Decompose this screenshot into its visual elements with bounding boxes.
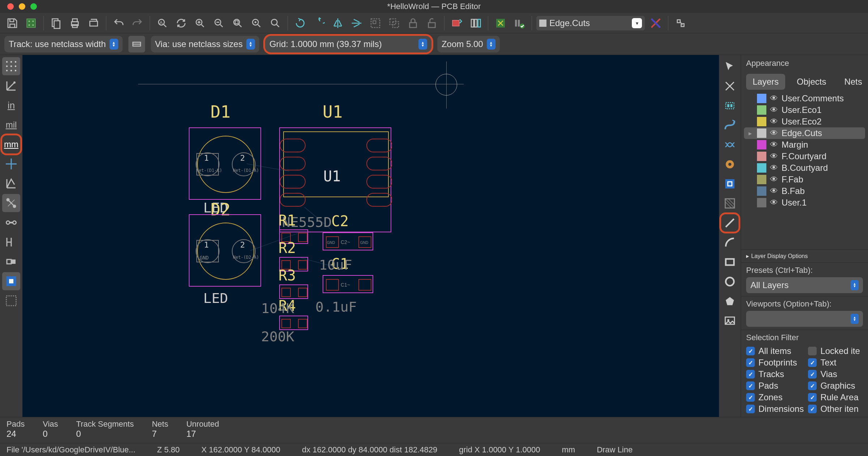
zoom-selection-icon[interactable]	[267, 15, 283, 31]
route-track-icon[interactable]	[721, 117, 739, 134]
layer-row[interactable]: 👁B.Fab	[744, 185, 865, 197]
visibility-eye-icon[interactable]: 👁	[770, 128, 778, 138]
checkbox-icon[interactable]: ✓	[746, 358, 755, 367]
viewports-select[interactable]: ▲▼	[746, 311, 863, 327]
zoom-in-icon[interactable]	[192, 15, 208, 31]
ratsnest-toggle-icon[interactable]	[2, 174, 20, 193]
update-pcb-icon[interactable]	[493, 15, 509, 31]
lock-icon[interactable]	[405, 15, 421, 31]
visibility-eye-icon[interactable]: 👁	[770, 175, 778, 184]
visibility-eye-icon[interactable]: 👁	[770, 105, 778, 115]
filter-item[interactable]: ✓Graphics	[808, 381, 863, 391]
footprint-R4[interactable]	[279, 316, 308, 330]
pcb-canvas[interactable]: D1 1 2 Net-(D1-K) Net-(D1-A) LED D2 1	[22, 55, 719, 417]
add-rule-area-icon[interactable]	[721, 195, 739, 212]
via-size-select[interactable]: Via: use netclass sizes ▲▼	[151, 36, 259, 52]
layer-color-swatch[interactable]	[757, 186, 766, 196]
find-icon[interactable]: A	[154, 15, 170, 31]
route-diff-pair-icon[interactable]	[721, 136, 739, 153]
close-window-button[interactable]	[7, 3, 14, 10]
plot-icon[interactable]	[86, 15, 102, 31]
layer-row[interactable]: 👁B.Courtyard	[744, 162, 865, 174]
zoom-objects-icon[interactable]	[248, 15, 264, 31]
draw-polygon-icon[interactable]	[721, 292, 739, 310]
checkbox-icon[interactable]: ✓	[746, 393, 755, 402]
footprint-C2[interactable]: C2~GNDGND	[323, 232, 373, 250]
select-tool-icon[interactable]	[721, 58, 739, 75]
checkbox-icon[interactable]: ✓	[808, 405, 817, 413]
ungroup-icon[interactable]	[386, 15, 402, 31]
draw-line-icon[interactable]	[721, 214, 739, 232]
page-setup-icon[interactable]	[48, 15, 64, 31]
via-display-icon[interactable]	[2, 272, 20, 290]
layer-list[interactable]: 👁User.Comments👁User.Eco1👁User.Eco2▸👁Edge…	[741, 92, 868, 249]
filter-item[interactable]: ✓All items	[746, 346, 804, 356]
track-width-select[interactable]: Track: use netclass width ▲▼	[4, 36, 123, 52]
footprint-D1[interactable]: 1 2 Net-(D1-K) Net-(D1-A)	[189, 127, 261, 200]
group-icon[interactable]	[367, 15, 383, 31]
filter-item[interactable]: ✓Vias	[808, 369, 863, 379]
layer-display-options[interactable]: ▸ Layer Display Options	[741, 249, 868, 262]
checkbox-icon[interactable]: ✓	[746, 381, 755, 390]
layer-row[interactable]: 👁F.Courtyard	[744, 151, 865, 162]
layer-color-swatch[interactable]	[757, 140, 766, 149]
layer-color-swatch[interactable]	[757, 175, 766, 184]
tab-nets[interactable]: Nets	[838, 74, 868, 90]
pad-display-icon[interactable]	[2, 253, 20, 271]
footprint-C1[interactable]: C1~	[323, 275, 373, 293]
layer-color-swatch[interactable]	[757, 94, 766, 103]
presets-select[interactable]: All Layers ▲▼	[746, 277, 863, 293]
grid-select[interactable]: Grid: 1.0000 mm (39.37 mils) ▲▼	[265, 36, 431, 52]
track-display-icon[interactable]	[2, 292, 20, 310]
checkbox-icon[interactable]: ✓	[746, 370, 755, 379]
net-highlight-icon[interactable]	[2, 214, 20, 232]
rotate-ccw-icon[interactable]	[292, 15, 308, 31]
checkbox-icon[interactable]: ✓	[808, 381, 817, 390]
add-zone-icon[interactable]	[721, 175, 739, 193]
filter-item[interactable]: ✓Tracks	[746, 369, 804, 379]
undo-icon[interactable]	[111, 15, 127, 31]
footprint-R3[interactable]	[279, 284, 308, 299]
filter-item[interactable]: ✓Pads	[746, 381, 804, 391]
layer-row[interactable]: 👁User.Eco2	[744, 116, 865, 127]
cursor-shape-icon[interactable]	[2, 155, 20, 173]
layer-row[interactable]: 👁F.Fab	[744, 174, 865, 185]
inches-unit-button[interactable]: in	[2, 96, 20, 114]
mirror-v-icon[interactable]	[349, 15, 365, 31]
layer-color-swatch[interactable]	[757, 117, 766, 126]
layer-color-swatch[interactable]	[757, 105, 766, 115]
tab-objects[interactable]: Objects	[790, 74, 833, 90]
layer-color-swatch[interactable]	[757, 128, 766, 138]
refresh-icon[interactable]	[173, 15, 189, 31]
zone-display-icon[interactable]	[2, 233, 20, 251]
layer-row[interactable]: 👁User.1	[744, 197, 865, 208]
zoom-fit-icon[interactable]	[230, 15, 246, 31]
rotate-cw-icon[interactable]	[311, 15, 327, 31]
checkbox-icon[interactable]: ✓	[808, 358, 817, 367]
filter-item[interactable]: ✓Dimensions	[746, 404, 804, 414]
zoom-out-icon[interactable]	[211, 15, 227, 31]
layer-row[interactable]: 👁Margin	[744, 139, 865, 151]
filter-item[interactable]: ✓Other iten	[808, 404, 863, 414]
mm-unit-button[interactable]: mm	[2, 135, 20, 153]
filter-item[interactable]: Locked ite	[808, 346, 863, 356]
visibility-eye-icon[interactable]: 👁	[770, 152, 778, 161]
footprint-editor-icon[interactable]	[449, 15, 465, 31]
layer-color-swatch[interactable]	[757, 152, 766, 161]
redo-icon[interactable]	[129, 15, 145, 31]
checkbox-icon[interactable]	[808, 347, 817, 355]
draw-circle-icon[interactable]	[721, 273, 739, 290]
place-via-icon[interactable]	[721, 156, 739, 173]
checkbox-icon[interactable]: ✓	[808, 393, 817, 402]
visibility-eye-icon[interactable]: 👁	[770, 140, 778, 149]
layer-row[interactable]: 👁User.Eco1	[744, 104, 865, 116]
checkbox-icon[interactable]: ✓	[808, 370, 817, 379]
library-icon[interactable]	[468, 15, 484, 31]
polar-coords-icon[interactable]	[2, 77, 20, 95]
filter-item[interactable]: ✓Footprints	[746, 358, 804, 368]
layer-row[interactable]: 👁User.Comments	[744, 93, 865, 104]
layer-color-swatch[interactable]	[757, 198, 766, 207]
draw-rect-icon[interactable]	[721, 253, 739, 271]
filter-item[interactable]: ✓Rule Area	[808, 392, 863, 402]
minimize-window-button[interactable]	[19, 3, 25, 10]
